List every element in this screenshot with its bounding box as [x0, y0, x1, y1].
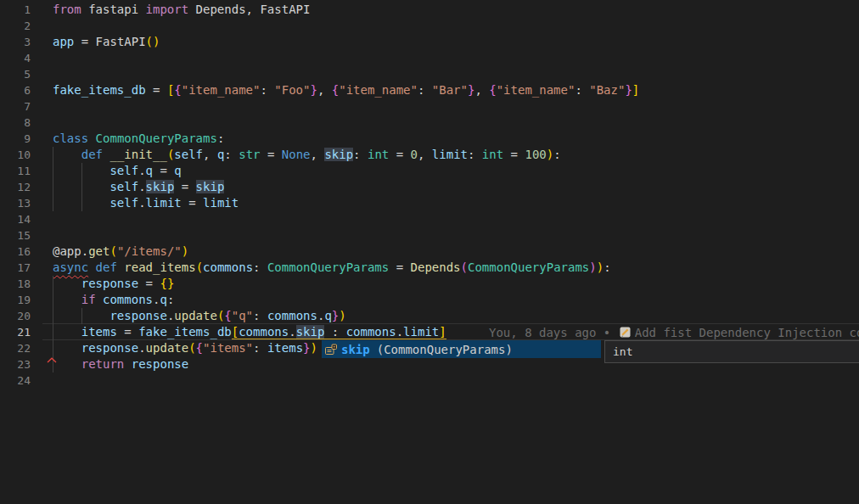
- token[interactable]: Depends, FastAPI: [188, 3, 310, 16]
- line-number[interactable]: 20: [0, 308, 31, 324]
- token[interactable]: update: [174, 309, 217, 322]
- code-text[interactable]: response.update({"items": items}): [53, 340, 317, 356]
- token[interactable]: :: [167, 293, 174, 306]
- code-line[interactable]: 7: [0, 98, 859, 115]
- token[interactable]: .: [289, 325, 295, 339]
- token[interactable]: response: [109, 309, 166, 322]
- code-text[interactable]: items = fake_items_db[commons.skip : com…: [53, 324, 446, 340]
- token[interactable]: }: [625, 83, 632, 97]
- token[interactable]: limit: [203, 196, 239, 210]
- code-line[interactable]: 2: [0, 18, 859, 34]
- token[interactable]: limit: [146, 196, 182, 210]
- code-text[interactable]: self.limit = limit: [53, 195, 239, 211]
- code-line[interactable]: 12 self.skip = skip: [0, 179, 859, 195]
- token[interactable]: self: [174, 148, 203, 161]
- token[interactable]: :: [253, 260, 267, 274]
- line-number[interactable]: 2: [0, 18, 31, 34]
- token[interactable]: "Foo": [274, 83, 310, 97]
- token[interactable]: read_items: [124, 260, 195, 274]
- code-line[interactable]: 11 self.q = q: [0, 163, 859, 179]
- code-line[interactable]: 5: [0, 66, 859, 82]
- token[interactable]: FastAPI: [96, 35, 146, 48]
- line-number[interactable]: 15: [0, 227, 31, 244]
- line-number[interactable]: 13: [0, 195, 31, 211]
- token[interactable]: =: [174, 180, 195, 193]
- token[interactable]: limit: [403, 325, 439, 339]
- token[interactable]: skip: [324, 148, 353, 161]
- line-number[interactable]: 18: [0, 276, 31, 292]
- code-text[interactable]: self.skip = skip: [53, 179, 224, 195]
- token[interactable]: skip: [146, 180, 175, 193]
- token[interactable]: {: [196, 341, 203, 355]
- line-number[interactable]: 10: [0, 147, 31, 163]
- line-number[interactable]: 7: [0, 98, 31, 115]
- token[interactable]: fake_items_db: [53, 83, 146, 97]
- token[interactable]: fake_items_db: [138, 325, 232, 339]
- token[interactable]: ): [311, 341, 317, 355]
- token[interactable]: q: [146, 164, 153, 177]
- line-number[interactable]: 14: [0, 211, 31, 227]
- token[interactable]: ,: [418, 148, 432, 161]
- token[interactable]: [88, 132, 95, 145]
- code-text[interactable]: response.update({"q": commons.q}): [53, 308, 346, 324]
- token[interactable]: }: [332, 309, 339, 322]
- token[interactable]: {: [332, 83, 339, 97]
- code-line[interactable]: 3app = FastAPI(): [0, 34, 859, 50]
- token[interactable]: 0: [411, 148, 418, 161]
- line-number[interactable]: 4: [0, 50, 31, 66]
- token[interactable]: ,: [474, 83, 489, 97]
- token[interactable]: [53, 148, 81, 161]
- line-number[interactable]: 21: [0, 324, 31, 340]
- token[interactable]: items: [81, 325, 117, 339]
- code-line[interactable]: 24: [0, 372, 859, 389]
- token[interactable]: ): [547, 148, 553, 161]
- token[interactable]: Depends: [411, 260, 461, 274]
- token[interactable]: :: [553, 148, 560, 161]
- token[interactable]: :: [253, 309, 267, 322]
- token[interactable]: .: [138, 341, 145, 355]
- token[interactable]: =: [503, 148, 525, 161]
- line-number[interactable]: 9: [0, 131, 31, 147]
- code-line[interactable]: 18 response = {}: [0, 276, 859, 292]
- token[interactable]: :: [468, 148, 482, 161]
- token[interactable]: :: [353, 148, 368, 161]
- token[interactable]: if: [81, 293, 96, 306]
- code-line[interactable]: 19 if commons.q:: [0, 292, 859, 308]
- code-text[interactable]: async def read_items(commons: CommonQuer…: [53, 260, 611, 276]
- token[interactable]: [: [232, 325, 239, 339]
- token[interactable]: =: [146, 83, 167, 97]
- token[interactable]: ): [339, 309, 345, 322]
- token[interactable]: {}: [160, 277, 174, 290]
- token[interactable]: skip: [296, 325, 325, 339]
- code-line[interactable]: 17async def read_items(commons: CommonQu…: [0, 260, 859, 276]
- token[interactable]: }: [310, 83, 317, 97]
- token[interactable]: [88, 260, 95, 274]
- suggestion-item-skip[interactable]: skip (CommonQueryParams): [322, 340, 601, 358]
- line-number[interactable]: 12: [0, 179, 31, 195]
- token[interactable]: "item_name": [339, 83, 418, 97]
- code-line[interactable]: 1from fastapi import Depends, FastAPI: [0, 2, 859, 18]
- token[interactable]: (: [196, 260, 203, 274]
- token[interactable]: =: [153, 164, 174, 177]
- token[interactable]: __init__: [109, 148, 166, 161]
- line-number[interactable]: 6: [0, 82, 31, 98]
- token[interactable]: "Bar": [432, 83, 468, 97]
- token[interactable]: [53, 357, 81, 371]
- line-number[interactable]: 19: [0, 292, 31, 308]
- token[interactable]: [53, 277, 81, 290]
- token[interactable]: response: [81, 277, 138, 290]
- token[interactable]: self: [109, 164, 138, 177]
- line-number[interactable]: 16: [0, 244, 31, 260]
- token[interactable]: {: [489, 83, 496, 97]
- token[interactable]: .: [138, 164, 145, 177]
- token[interactable]: str: [239, 148, 260, 161]
- line-number[interactable]: 23: [0, 356, 31, 372]
- code-text[interactable]: app = FastAPI(): [53, 34, 160, 50]
- token[interactable]: CommonQueryParams: [468, 260, 589, 274]
- token[interactable]: [53, 196, 109, 210]
- line-number[interactable]: 24: [0, 372, 31, 389]
- token[interactable]: q: [160, 293, 166, 306]
- token[interactable]: :: [224, 148, 239, 161]
- code-text[interactable]: @app.get("/items/"): [53, 244, 188, 260]
- code-text[interactable]: return response: [53, 356, 188, 372]
